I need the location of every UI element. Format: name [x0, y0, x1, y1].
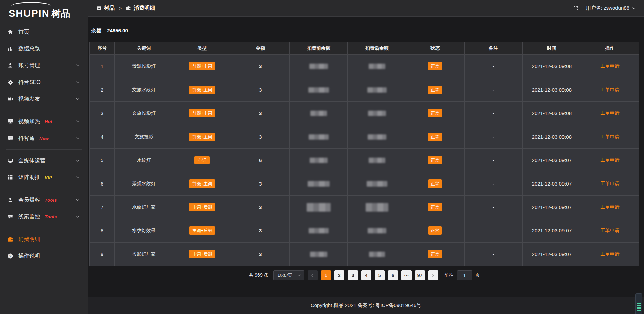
page-button-1[interactable]: 1	[321, 270, 331, 280]
cell-remark: -	[464, 196, 523, 219]
cell-status: 正常	[406, 219, 464, 243]
chevron-down-icon	[297, 273, 301, 277]
sidebar-item-video-heat[interactable]: 视频加热 Hot	[0, 113, 88, 130]
cell-no: 9	[90, 243, 115, 266]
cell-type: 前缀+主词	[173, 125, 231, 149]
sidebar-item-data-overview[interactable]: 数据总览	[0, 40, 88, 57]
masked-balance	[369, 64, 385, 69]
sidebar: SHUPIN 树品 首页 数据总览 账号管理 抖音SEO 视频发布 视频加热 H…	[0, 0, 88, 314]
cell-keyword: 文旅投影	[115, 125, 173, 149]
status-badge: 正常	[428, 250, 442, 258]
cell-status: 正常	[406, 55, 464, 78]
monitor-icon	[7, 158, 13, 164]
ticket-request-link[interactable]: 工单申请	[601, 87, 620, 92]
floating-widget[interactable]	[635, 293, 642, 314]
cell-no: 8	[90, 219, 115, 243]
masked-balance	[307, 203, 331, 212]
page-size-select[interactable]: 10条/页	[273, 270, 304, 280]
cell-amount: 3	[231, 196, 289, 219]
balance-line: 余额: 24856.00	[91, 28, 639, 34]
brand-name-en: SHUPIN	[9, 8, 50, 19]
ticket-request-link[interactable]: 工单申请	[601, 157, 620, 163]
username-label: 用户名: zswodun88	[586, 5, 629, 11]
cell-no: 1	[90, 55, 115, 78]
sidebar-item-douketong[interactable]: 抖客通 New	[0, 130, 88, 147]
sidebar-item-douyin-seo[interactable]: 抖音SEO	[0, 74, 88, 91]
col-status: 状态	[406, 42, 464, 55]
sidebar-item-account-manage[interactable]: 账号管理	[0, 57, 88, 74]
col-type: 类型	[173, 42, 231, 55]
page-button-5[interactable]: 5	[375, 270, 385, 280]
ticket-request-link[interactable]: 工单申请	[601, 251, 620, 257]
cell-time: 2021-12-03 09:08	[523, 125, 581, 149]
sidebar-item-operation-help[interactable]: 操作说明	[0, 248, 88, 264]
goto-suffix: 页	[475, 272, 480, 278]
table-row: 6景观水纹灯前缀+主词3正常-2021-12-03 09:07工单申请	[90, 172, 639, 196]
chevron-down-icon	[75, 80, 80, 85]
gear-icon	[7, 79, 13, 85]
sidebar-item-label: 全媒体运营	[18, 157, 45, 164]
masked-balance	[367, 87, 387, 93]
home-icon	[7, 29, 13, 35]
goto-page-input[interactable]	[457, 270, 472, 280]
sidebar-item-label: 视频发布	[18, 96, 40, 103]
cell-amount: 3	[231, 78, 289, 102]
sidebar-item-home[interactable]: 首页	[0, 23, 88, 40]
cell-keyword: 景观水纹灯	[115, 172, 173, 196]
type-badge: 主词+后缀	[189, 203, 216, 211]
masked-balance	[308, 87, 329, 93]
page-button-4[interactable]: 4	[361, 270, 371, 280]
breadcrumb-current[interactable]: 消费明细	[126, 5, 155, 12]
member-icon	[7, 197, 13, 203]
cell-action: 工单申请	[581, 78, 639, 102]
ticket-request-link[interactable]: 工单申请	[601, 204, 620, 210]
page-size-value: 10条/页	[278, 272, 292, 278]
ticket-request-link[interactable]: 工单申请	[601, 181, 620, 186]
masked-balance	[368, 134, 386, 140]
page-button-6[interactable]: 6	[388, 270, 398, 280]
ticket-request-link[interactable]: 工单申请	[601, 134, 620, 139]
total-count: 共 969 条	[249, 272, 268, 278]
sidebar-item-badge: Tools	[45, 214, 57, 219]
ticket-request-link[interactable]: 工单申请	[601, 110, 620, 116]
table-row: 8水纹灯效果主词+后缀3正常-2021-12-03 09:07工单申请	[90, 219, 639, 243]
type-badge: 主词+后缀	[189, 226, 216, 235]
logo-arc	[11, 2, 51, 6]
sidebar-item-label: 视频加热	[18, 118, 40, 125]
prev-page-button[interactable]	[308, 270, 318, 280]
sidebar-item-matrix-boost[interactable]: 矩阵助推 VIP	[0, 169, 88, 186]
breadcrumb-root-label: 树品	[104, 5, 115, 12]
type-badge: 前缀+主词	[189, 86, 216, 94]
fullscreen-icon[interactable]	[573, 5, 579, 11]
next-page-button[interactable]	[428, 270, 438, 280]
status-badge: 正常	[428, 203, 442, 211]
status-badge: 正常	[428, 156, 442, 164]
user-dropdown[interactable]: 用户名: zswodun88	[586, 5, 636, 11]
breadcrumb-root[interactable]: 树品	[97, 5, 115, 12]
cell-pre_balance	[289, 78, 348, 102]
pagination: 共 969 条 10条/页 123456···97 前往 页	[89, 270, 639, 280]
cell-keyword: 文旅水纹灯	[115, 78, 173, 102]
page-button-2[interactable]: 2	[334, 270, 344, 280]
cell-type: 主词	[173, 149, 231, 172]
ticket-request-link[interactable]: 工单申请	[601, 63, 620, 69]
sidebar-item-member-baoke[interactable]: 会员爆客 Tools	[0, 192, 88, 208]
cell-type: 主词+后缀	[173, 196, 231, 219]
masked-balance	[309, 134, 329, 140]
cell-keyword: 水纹灯厂家	[115, 196, 173, 219]
status-badge: 正常	[428, 109, 442, 117]
cell-post_balance	[348, 102, 406, 125]
sidebar-item-media-operation[interactable]: 全媒体运营	[0, 152, 88, 169]
cell-no: 6	[90, 172, 115, 196]
chevron-down-icon	[75, 119, 80, 124]
sidebar-item-consume-detail[interactable]: 消费明细	[0, 231, 88, 248]
page-button-3[interactable]: 3	[348, 270, 358, 280]
masked-balance	[369, 252, 385, 257]
masked-balance	[366, 203, 388, 212]
page-button-97[interactable]: 97	[415, 270, 425, 280]
sidebar-item-video-publish[interactable]: 视频发布	[0, 91, 88, 107]
page-ellipsis-button[interactable]: ···	[401, 270, 412, 280]
ticket-request-link[interactable]: 工单申请	[601, 228, 620, 233]
masked-balance	[310, 252, 327, 257]
sidebar-item-clue-monitor[interactable]: 线索监控 Tools	[0, 208, 88, 225]
